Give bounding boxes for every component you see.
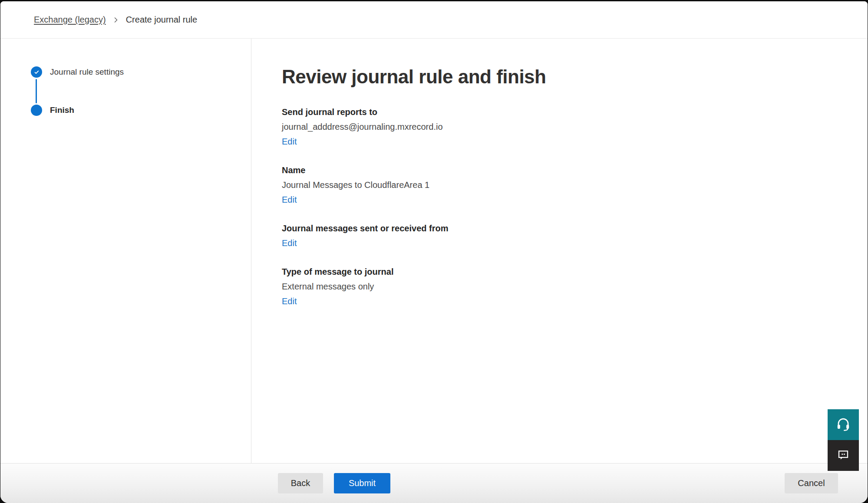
footer-action-bar: Back Submit Cancel bbox=[0, 463, 868, 503]
completed-step-check-icon bbox=[31, 66, 42, 78]
back-button[interactable]: Back bbox=[278, 473, 323, 493]
content-area: Journal rule settings Finish Review jour… bbox=[0, 39, 868, 463]
cancel-button[interactable]: Cancel bbox=[785, 473, 838, 493]
chevron-right-icon bbox=[112, 16, 119, 23]
page-title: Review journal rule and finish bbox=[282, 66, 868, 88]
feedback-icon bbox=[836, 448, 850, 463]
section-value: External messages only bbox=[282, 279, 868, 294]
breadcrumb-current: Create journal rule bbox=[126, 15, 198, 25]
review-section-name: Name Journal Messages to CloudflareArea … bbox=[282, 163, 868, 207]
current-step-dot-icon bbox=[31, 105, 42, 116]
feedback-button[interactable] bbox=[828, 440, 859, 471]
breadcrumb: Exchange (legacy) Create journal rule bbox=[0, 1, 868, 39]
breadcrumb-exchange-legacy[interactable]: Exchange (legacy) bbox=[34, 15, 106, 25]
section-label: Send journal reports to bbox=[282, 105, 868, 119]
step-connector bbox=[36, 79, 37, 103]
edit-link[interactable]: Edit bbox=[282, 236, 297, 250]
edit-link[interactable]: Edit bbox=[282, 134, 297, 149]
edit-link[interactable]: Edit bbox=[282, 192, 297, 207]
section-label: Name bbox=[282, 163, 868, 178]
help-support-button[interactable] bbox=[828, 409, 859, 440]
create-journal-rule-window: Exchange (legacy) Create journal rule Jo… bbox=[0, 1, 868, 503]
wizard-step-label: Finish bbox=[50, 105, 74, 115]
review-section-message-type: Type of message to journal External mess… bbox=[282, 264, 868, 309]
section-label: Journal messages sent or received from bbox=[282, 221, 868, 236]
wizard-steps-sidebar: Journal rule settings Finish bbox=[0, 39, 251, 463]
submit-button[interactable]: Submit bbox=[334, 473, 390, 493]
section-value: journal_adddress@journaling.mxrecord.io bbox=[282, 119, 868, 134]
edit-link[interactable]: Edit bbox=[282, 294, 297, 309]
section-value: Journal Messages to CloudflareArea 1 bbox=[282, 178, 868, 192]
floating-rail bbox=[828, 409, 859, 471]
wizard-step-label: Journal rule settings bbox=[50, 67, 124, 77]
section-label: Type of message to journal bbox=[282, 264, 868, 279]
review-pane: Review journal rule and finish Send jour… bbox=[251, 39, 868, 463]
wizard-step-finish[interactable]: Finish bbox=[31, 105, 251, 116]
wizard-step-journal-rule-settings[interactable]: Journal rule settings bbox=[31, 66, 251, 78]
review-section-send-reports-to: Send journal reports to journal_adddress… bbox=[282, 105, 868, 149]
review-section-sent-or-received-from: Journal messages sent or received from E… bbox=[282, 221, 868, 250]
headset-icon bbox=[835, 416, 851, 433]
